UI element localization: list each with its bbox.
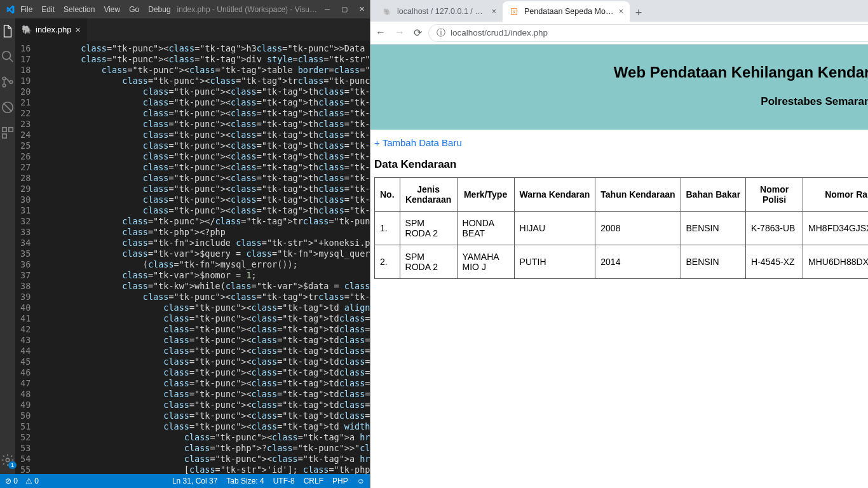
table-cell: MH8FD34GJSX-245548	[803, 212, 868, 245]
settings-gear-icon[interactable]: 1	[0, 452, 15, 468]
table-cell: 2014	[595, 245, 681, 279]
close-icon[interactable]: ✕	[359, 5, 365, 13]
explorer-icon[interactable]	[0, 24, 15, 39]
minimize-icon[interactable]: ─	[325, 5, 330, 13]
activity-bar: 1	[0, 18, 15, 474]
col-header: Tahun Kendaraan	[595, 178, 681, 212]
svg-point-0	[3, 51, 11, 60]
status-cursor[interactable]: Ln 31, Col 37	[172, 477, 217, 485]
status-language[interactable]: PHP	[332, 477, 348, 485]
status-encoding[interactable]: UTF-8	[273, 477, 295, 485]
menu-file[interactable]: File	[20, 5, 32, 14]
svg-line-6	[4, 104, 12, 112]
vscode-window-controls: ─ ▢ ✕	[325, 5, 365, 13]
code-editor[interactable]: 16 17 18 19 20 21 22 23 24 25 26 27 28 2…	[15, 41, 370, 474]
debug-icon[interactable]	[0, 100, 15, 115]
vscode-menus: File Edit Selection View Go Debug	[20, 5, 171, 14]
tab-close-icon[interactable]: ×	[619, 7, 623, 16]
back-icon[interactable]: ←	[376, 27, 386, 39]
chrome-tab-phpmyadmin[interactable]: 🐘 localhost / 127.0.0.1 / crud1 | ph... …	[376, 1, 503, 22]
col-header: Merk/Type	[457, 178, 514, 212]
menu-debug[interactable]: Debug	[148, 5, 170, 14]
table-cell: HONDA BEAT	[457, 212, 514, 245]
section-heading: Data Kendaraan	[374, 158, 868, 171]
menu-view[interactable]: View	[104, 5, 120, 14]
search-icon[interactable]	[0, 49, 15, 64]
status-tabsize[interactable]: Tab Size: 4	[226, 477, 264, 485]
banner-title: Web Pendataan Kehilangan Kendaraan Bermo…	[377, 64, 868, 81]
editor-tab-indexphp[interactable]: 🐘 index.php ×	[15, 18, 88, 41]
site-info-icon[interactable]: ⓘ	[437, 27, 445, 39]
code-content[interactable]: class="tk-punc"><class="tk-tag">h3class=…	[39, 41, 370, 474]
horizontal-scrollbar[interactable]	[374, 279, 868, 289]
editor-tabbar: 🐘 index.php × ◧ ⧉ ⋯	[15, 18, 370, 41]
chrome-window: 🐘 localhost / 127.0.0.1 / crud1 | ph... …	[370, 0, 868, 488]
menu-selection[interactable]: Selection	[64, 5, 95, 14]
tab-close-icon[interactable]: ×	[492, 7, 496, 16]
table-cell: HIJAU	[514, 212, 595, 245]
vscode-window: File Edit Selection View Go Debug index.…	[0, 0, 370, 488]
menu-edit[interactable]: Edit	[41, 5, 55, 14]
status-errors[interactable]: ⊘ 0	[5, 477, 18, 485]
table-cell: BENSIN	[681, 212, 746, 245]
address-bar[interactable]: ⓘ localhost/crud1/index.php	[428, 24, 868, 42]
col-header: Nomor Polisi	[746, 178, 803, 212]
status-bar: ⊘ 0 ⚠ 0 Ln 31, Col 37 Tab Size: 4 UTF-8 …	[0, 474, 370, 488]
table-cell: 2008	[595, 212, 681, 245]
chrome-tabstrip: 🐘 localhost / 127.0.0.1 / crud1 | ph... …	[370, 0, 868, 22]
add-data-link[interactable]: + Tambah Data Baru	[374, 137, 462, 148]
table-scroll-wrap[interactable]: No.Jenis KendaraanMerk/TypeWarna Kendara…	[374, 177, 868, 279]
svg-line-1	[10, 58, 13, 62]
table-cell: PUTIH	[514, 245, 595, 279]
new-tab-button[interactable]: +	[630, 4, 648, 22]
table-header-row: No.Jenis KendaraanMerk/TypeWarna Kendara…	[375, 178, 869, 212]
source-control-icon[interactable]	[0, 74, 15, 90]
tab-title: localhost / 127.0.0.1 / crud1 | ph...	[397, 7, 487, 16]
table-cell: 1.	[375, 212, 400, 245]
menu-go[interactable]: Go	[129, 5, 139, 14]
table-row: 2.SPM RODA 2YAMAHA MIO JPUTIH2014BENSINH…	[375, 245, 869, 279]
reload-icon[interactable]: ⟳	[414, 27, 422, 39]
line-gutter: 16 17 18 19 20 21 22 23 24 25 26 27 28 2…	[15, 41, 39, 474]
gear-badge: 1	[8, 461, 17, 469]
vscode-titlebar: File Edit Selection View Go Debug index.…	[0, 0, 370, 18]
svg-rect-7	[3, 128, 6, 132]
banner-subtitle: Polrestabes Semarang	[377, 95, 868, 108]
svg-rect-9	[3, 134, 6, 138]
svg-point-3	[3, 84, 6, 87]
table-cell: 2.	[375, 245, 400, 279]
status-warnings[interactable]: ⚠ 0	[25, 477, 39, 485]
col-header: Warna Kendaran	[514, 178, 595, 212]
kendaraan-table: No.Jenis KendaraanMerk/TypeWarna Kendara…	[374, 177, 868, 279]
chrome-toolbar: ← → ⟳ ⓘ localhost/crud1/index.php 🌐 ☆ 📷 …	[370, 22, 868, 44]
col-header: Nomor Rangka	[803, 178, 868, 212]
status-feedback-icon[interactable]: ☺	[357, 477, 365, 485]
svg-point-2	[3, 77, 6, 80]
forward-icon[interactable]: →	[395, 27, 405, 39]
extensions-icon[interactable]	[0, 125, 15, 140]
table-cell: H-4545-XZ	[746, 245, 803, 279]
vscode-logo-icon	[5, 4, 15, 15]
table-cell: K-7863-UB	[746, 212, 803, 245]
table-cell: YAMAHA MIO J	[457, 245, 514, 279]
col-header: Jenis Kendaraan	[400, 178, 457, 212]
table-cell: SPM RODA 2	[400, 245, 457, 279]
chrome-tab-pendataan[interactable]: 🅇 Pendataan Sepeda Motor ×	[503, 1, 630, 22]
col-header: No.	[375, 178, 400, 212]
table-row: 1.SPM RODA 2HONDA BEATHIJAU2008BENSINK-7…	[375, 212, 869, 245]
phpmyadmin-favicon-icon: 🐘	[382, 6, 392, 17]
tab-close-icon[interactable]: ×	[75, 25, 80, 35]
php-file-icon: 🐘	[22, 25, 32, 34]
url-text: localhost/crud1/index.php	[451, 28, 548, 37]
page-content[interactable]: Web Pendataan Kehilangan Kendaraan Bermo…	[370, 44, 868, 488]
svg-point-4	[10, 81, 13, 84]
svg-rect-8	[9, 128, 13, 132]
status-eol[interactable]: CRLF	[304, 477, 323, 485]
navigation-buttons: ← → ⟳	[376, 27, 422, 39]
table-cell: BENSIN	[681, 245, 746, 279]
tab-title: index.php	[36, 25, 71, 34]
editor-area: 🐘 index.php × ◧ ⧉ ⋯ 16 17 18 19 20 21 22…	[15, 18, 370, 474]
tab-title: Pendataan Sepeda Motor	[524, 7, 614, 16]
maximize-icon[interactable]: ▢	[341, 5, 348, 13]
page-banner: Web Pendataan Kehilangan Kendaraan Bermo…	[370, 44, 868, 130]
